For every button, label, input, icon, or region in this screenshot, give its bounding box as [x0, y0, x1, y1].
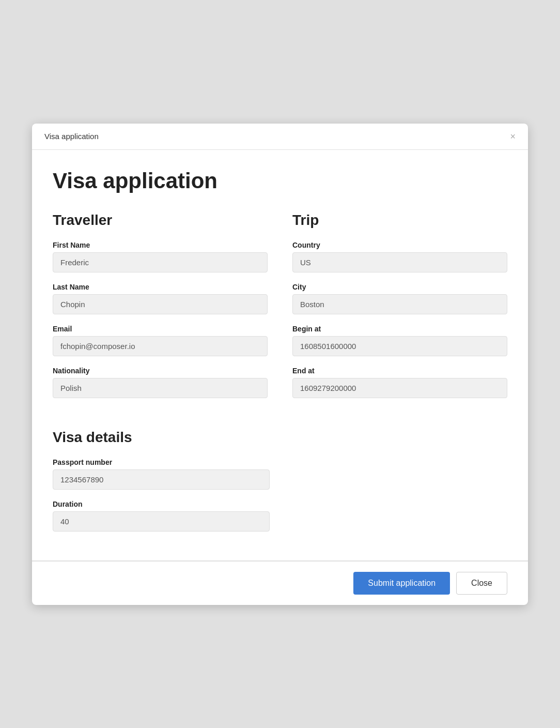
visa-details-section: Visa details Passport number Duration [53, 429, 507, 532]
begin-at-group: Begin at [292, 325, 507, 356]
end-at-input[interactable] [292, 378, 507, 398]
duration-input[interactable] [53, 511, 270, 532]
duration-label: Duration [53, 500, 507, 508]
passport-group: Passport number [53, 458, 507, 490]
nationality-label: Nationality [53, 367, 268, 375]
last-name-group: Last Name [53, 283, 268, 314]
trip-section: Trip Country City Begin at End at [292, 212, 507, 408]
page-title: Visa application [53, 169, 507, 193]
modal-body: Visa application Traveller First Name La… [32, 150, 528, 560]
traveller-section: Traveller First Name Last Name Email Nat… [53, 212, 268, 408]
visa-application-modal: Visa application × Visa application Trav… [32, 124, 528, 605]
end-at-group: End at [292, 367, 507, 398]
modal-header: Visa application × [32, 124, 528, 150]
country-group: Country [292, 241, 507, 272]
submit-application-button[interactable]: Submit application [353, 572, 450, 595]
email-input[interactable] [53, 336, 268, 356]
duration-group: Duration [53, 500, 507, 532]
email-group: Email [53, 325, 268, 356]
city-input[interactable] [292, 294, 507, 314]
city-group: City [292, 283, 507, 314]
nationality-group: Nationality [53, 367, 268, 398]
form-sections: Traveller First Name Last Name Email Nat… [53, 212, 507, 408]
first-name-label: First Name [53, 241, 268, 249]
passport-label: Passport number [53, 458, 507, 466]
traveller-section-title: Traveller [53, 212, 268, 229]
first-name-group: First Name [53, 241, 268, 272]
country-input[interactable] [292, 252, 507, 272]
modal-header-title: Visa application [44, 132, 99, 141]
close-icon[interactable]: × [510, 132, 516, 141]
begin-at-label: Begin at [292, 325, 507, 333]
country-label: Country [292, 241, 507, 249]
city-label: City [292, 283, 507, 291]
end-at-label: End at [292, 367, 507, 375]
begin-at-input[interactable] [292, 336, 507, 356]
modal-footer: Submit application Close [32, 561, 528, 605]
nationality-input[interactable] [53, 378, 268, 398]
email-label: Email [53, 325, 268, 333]
first-name-input[interactable] [53, 252, 268, 272]
passport-input[interactable] [53, 469, 270, 490]
trip-section-title: Trip [292, 212, 507, 229]
last-name-label: Last Name [53, 283, 268, 291]
visa-details-title: Visa details [53, 429, 507, 446]
last-name-input[interactable] [53, 294, 268, 314]
close-button[interactable]: Close [456, 572, 507, 595]
